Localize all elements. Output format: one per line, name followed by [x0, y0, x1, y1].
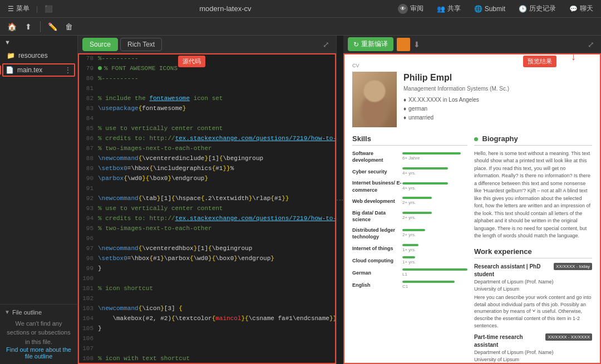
code-line-95: 95 % two-images-next-to-each-other: [78, 223, 336, 233]
home-button[interactable]: 🏠: [4, 20, 19, 33]
skill-years: C1: [402, 283, 467, 290]
skill-row: Internet business/ E-commerce 4+ yrs.: [352, 179, 467, 193]
code-line-83: 83 \usepackage{fontawesome}: [78, 103, 336, 113]
resize-handle[interactable]: ⋮: [337, 36, 343, 364]
upload-button[interactable]: ⬆: [21, 20, 36, 33]
chevron-icon: ▼: [4, 309, 10, 315]
outline-link[interactable]: Find out more about the file outline: [4, 346, 73, 360]
folder-collapse-icon: ▼: [4, 39, 11, 46]
sidebar-item-resources[interactable]: 📁 resources: [2, 49, 75, 62]
preview-red-arrow: ↓: [571, 51, 576, 63]
submit-button[interactable]: 🌐 Submit: [471, 4, 509, 14]
main-tex-container: 📄 main.tex ⋮ 对应文件夹路径: [2, 63, 75, 77]
biography-text: Hello, here is some text without a meani…: [474, 150, 592, 240]
sidebar-item-maintex[interactable]: 📄 main.tex ⋮: [2, 63, 75, 77]
file-outline-header[interactable]: ▼ File outline: [4, 309, 73, 316]
skill-row: Cloud computing 1+ yrs.: [352, 256, 467, 265]
sidebar-annotation-label: 对应文件夹路径: [0, 66, 1, 75]
preview-label-annotation: 预览结果: [523, 56, 556, 67]
cv-status: ♦ unmarried: [403, 114, 592, 122]
code-line-104: 104 \makebox(#2, #2){\textcolor{maincol}…: [78, 313, 336, 323]
top-bar-left: ☰ 菜单 | ⬛: [4, 3, 56, 14]
cv-preview[interactable]: CV Philip Empl Management Information Sy…: [343, 53, 601, 364]
code-line-90: 90 \parbox{\wd0}{\box0}\endgroup}: [78, 173, 336, 183]
preview-toolbar: ↻ 重新编译 ⬇ ⤢: [343, 36, 601, 53]
skill-bar: [402, 182, 448, 185]
cv-language: ♦ german: [403, 105, 592, 113]
code-editor[interactable]: 78 %---------- 79 % FONT AWESOME ICONS 8…: [78, 53, 336, 364]
code-line-93: 93 % use to vertically center content: [78, 203, 336, 213]
submit-icon: 🌐: [474, 5, 482, 13]
skill-name: Internet business/ E-commerce: [352, 179, 402, 193]
code-line-79: 79 % FONT AWESOME ICONS: [78, 63, 336, 73]
toolbar-divider: [40, 21, 41, 32]
skill-name: Cloud computing: [352, 257, 402, 265]
pdf-export-button[interactable]: [397, 38, 410, 51]
code-line-107: 107: [78, 343, 336, 353]
code-line-89: 89 \setbox0=\hbox{\includegraphics{#1}}%: [78, 163, 336, 173]
work-exp-title: Work experience: [474, 247, 592, 258]
skill-bar: [402, 167, 448, 169]
pencil-button[interactable]: ✏️: [45, 20, 60, 33]
editor-expand-button[interactable]: ⤢: [321, 39, 332, 50]
maintex-label: main.tex: [17, 66, 42, 74]
folder-icon: 📁: [7, 52, 15, 59]
skill-bar: [402, 268, 467, 271]
work-item: Research assistant | PhD student XX/XXXX…: [474, 263, 592, 329]
history-button[interactable]: 🕒 历史记录: [515, 3, 559, 14]
file-icon: 📄: [6, 66, 14, 74]
history-icon: 🕒: [519, 5, 527, 13]
skill-bar: [402, 281, 455, 283]
review-label: 审阅: [410, 4, 423, 13]
skill-bar: [402, 256, 415, 258]
skill-bar-container: 4+ yrs.: [402, 182, 467, 191]
tab-source[interactable]: Source: [82, 38, 118, 51]
work-dept: Department of Lipsum (Prof. Name): [474, 278, 592, 286]
work-item-header: Research assistant | PhD student XX/XXXX…: [474, 263, 592, 278]
submit-label: Submit: [485, 5, 505, 13]
outline-message: We can't find any sections or subsection…: [4, 319, 73, 347]
skill-bar: [402, 212, 432, 214]
code-line-94: 94 % credits to: http://tex.stackexchang…: [78, 213, 336, 223]
skills-title: Skills: [352, 134, 467, 146]
code-line-106: 106: [78, 333, 336, 343]
preview-expand-button[interactable]: ⤢: [585, 39, 597, 50]
share-button[interactable]: 👥 共享: [433, 3, 464, 14]
skill-bar-container: L1: [402, 268, 467, 277]
menu-label: 菜单: [16, 4, 29, 13]
code-line-87: 87 % two-images-next-to-each-other: [78, 143, 336, 153]
skill-years: 6+ Jahre: [402, 155, 467, 161]
cv-header: Philip Empl Management Information Syste…: [352, 72, 592, 127]
work-date: XX/XXXX - today: [554, 263, 592, 270]
skill-years: 2+ yrs.: [402, 232, 467, 238]
skill-name: Big data/ Data science: [352, 210, 402, 223]
download-button[interactable]: ⬇: [413, 40, 420, 49]
skill-name: Internet of things: [352, 245, 402, 252]
code-line-92: 92 \newcommand{\tab}[1]{\hspace{.2\textw…: [78, 193, 336, 203]
skill-row: Big data/ Data science 2+ yrs.: [352, 210, 467, 223]
sidebar: ▼ 📁 resources 📄 main.tex ⋮ 对应文件夹路径 ▼ Fil…: [0, 36, 78, 364]
code-line-81: 81: [78, 83, 336, 93]
top-bar-right: 👁 审阅 👥 共享 🌐 Submit 🕒 历史记录 💬 聊天: [395, 3, 597, 15]
code-line-78: 78 %----------: [78, 53, 336, 63]
skill-bar: [402, 152, 461, 154]
tab-rich-text[interactable]: Rich Text: [120, 38, 162, 51]
review-button[interactable]: 👁 审阅: [395, 3, 427, 15]
skill-bar-container: 4+ yrs.: [402, 167, 467, 176]
file-outline: ▼ File outline We can't find any section…: [0, 304, 77, 365]
recompile-button[interactable]: ↻ 重新编译: [348, 37, 393, 51]
status-bullet: ♦: [403, 114, 406, 122]
more-options-button[interactable]: ⋮: [64, 66, 72, 74]
skills-list: Software development 6+ Jahre Cyber secu…: [352, 150, 467, 290]
skill-bar-container: 1+ yrs.: [402, 256, 467, 265]
trash-button[interactable]: 🗑: [62, 20, 76, 33]
code-line-99: 99 }: [78, 263, 336, 273]
chat-button[interactable]: 💬 聊天: [566, 3, 597, 14]
editor-area: Source Rich Text ⤢ 源代码 78 %---------- 79…: [78, 36, 337, 364]
skill-years: 2+ yrs.: [402, 200, 467, 206]
menu-button[interactable]: ☰ 菜单: [4, 3, 33, 14]
code-line-88: 88 \newcommand{\vcenteredinclude}[1]{\be…: [78, 153, 336, 163]
work-experience-section: Work experience Research assistant | PhD…: [474, 247, 592, 364]
arrange-button[interactable]: ⬛: [41, 4, 56, 14]
skill-row: German L1: [352, 268, 467, 277]
